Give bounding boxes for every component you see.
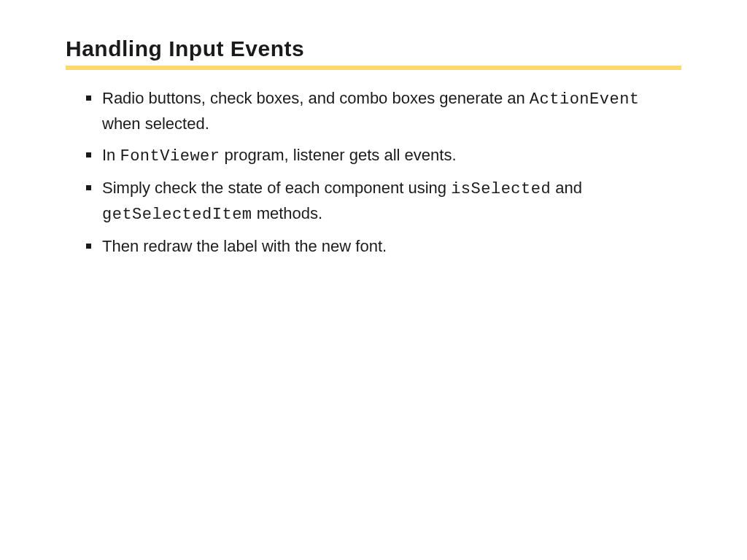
bullet-text: Then redraw the label with the new font. [102, 237, 387, 255]
code-text: FontViewer [120, 147, 220, 166]
code-text: ActionEvent [530, 90, 640, 109]
bullet-text: In [102, 146, 120, 164]
code-text: getSelectedItem [102, 206, 252, 224]
bullet-list: Radio buttons, check boxes, and combo bo… [66, 86, 681, 258]
slide: Handling Input Events Radio buttons, che… [0, 0, 747, 258]
bullet-text: Radio buttons, check boxes, and combo bo… [102, 89, 530, 107]
bullet-text: Simply check the state of each component… [102, 179, 451, 197]
bullet-item: In FontViewer program, listener gets all… [86, 143, 681, 168]
bullet-item: Radio buttons, check boxes, and combo bo… [86, 86, 681, 136]
bullet-text: program, listener gets all events. [220, 146, 457, 164]
bullet-text: when selected. [102, 114, 209, 133]
title-rule [66, 66, 681, 70]
bullet-item: Then redraw the label with the new font. [86, 234, 681, 258]
bullet-text: methods. [252, 204, 323, 222]
bullet-text: and [551, 179, 582, 197]
code-text: isSelected [451, 180, 551, 198]
slide-title: Handling Input Events [66, 36, 681, 61]
bullet-item: Simply check the state of each component… [86, 176, 681, 227]
